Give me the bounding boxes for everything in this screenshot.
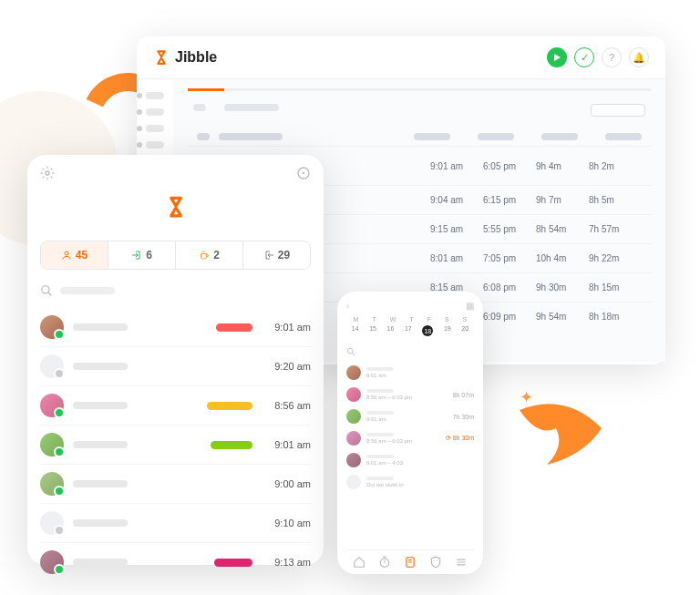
list-item[interactable]: 9:01 am	[40, 308, 311, 347]
cell-hours: 10h 4m	[536, 253, 589, 263]
list-item[interactable]: 9:00 am	[40, 465, 311, 504]
stat-out[interactable]: 29	[243, 241, 310, 269]
search-icon	[40, 284, 53, 297]
name-placeholder	[366, 411, 394, 415]
notifications-icon[interactable]: 🔔	[629, 47, 649, 67]
cell-billable: 7h 57m	[589, 224, 642, 234]
shield-icon[interactable]	[429, 556, 442, 569]
timer-icon[interactable]	[378, 556, 391, 569]
day-label: F	[427, 316, 431, 323]
stat-break[interactable]: 2	[176, 241, 243, 269]
list-item[interactable]: 9:10 am	[40, 504, 311, 543]
cell-out: 5:55 pm	[483, 224, 536, 234]
list-item[interactable]: 9:01 am	[346, 362, 474, 384]
search-icon	[346, 347, 355, 356]
settings-icon[interactable]	[40, 166, 55, 180]
date-cell[interactable]: 16	[387, 325, 395, 336]
person-icon	[61, 250, 72, 261]
cell-in: 8:01 am	[430, 253, 483, 263]
date-cell[interactable]: 14	[352, 325, 359, 336]
avatar	[346, 387, 361, 402]
name-placeholder	[366, 433, 394, 436]
svg-point-2	[303, 172, 304, 173]
menu-icon[interactable]	[455, 556, 468, 569]
date-cell[interactable]: 19	[444, 325, 451, 336]
activity-bar	[214, 559, 252, 567]
hourglass-icon	[153, 49, 170, 66]
date-cell[interactable]: 17	[405, 325, 412, 336]
target-icon[interactable]	[296, 166, 311, 180]
decorative-swoosh	[510, 401, 620, 474]
timesheet-icon[interactable]	[404, 556, 417, 569]
svg-point-6	[380, 559, 388, 567]
stat-value: 29	[278, 249, 290, 262]
day-label: W	[390, 316, 396, 323]
tab-indicator[interactable]	[188, 88, 651, 91]
name-placeholder	[366, 455, 394, 458]
avatar	[346, 365, 361, 380]
date-cell[interactable]: 15	[369, 325, 376, 336]
duration: 8h 07m	[453, 392, 474, 398]
date-cell[interactable]: 18	[422, 325, 433, 336]
day-label: M	[354, 316, 359, 323]
avatar	[346, 431, 361, 446]
name-placeholder	[73, 519, 128, 527]
activity-bar	[207, 402, 252, 410]
brand-logo: Jibble	[153, 49, 217, 66]
activity-bar	[211, 441, 252, 449]
svg-point-5	[347, 348, 353, 354]
time-value: 9:00 am	[262, 478, 311, 489]
bottom-nav	[346, 549, 474, 569]
cell-in: 9:04 am	[430, 195, 483, 205]
cell-in: 9:15 am	[430, 224, 483, 234]
list-item[interactable]: 9:20 am	[40, 347, 311, 386]
name-placeholder	[366, 389, 394, 393]
list-item[interactable]: 9:01 am	[40, 426, 311, 465]
avatar	[40, 394, 64, 417]
search-bar[interactable]	[40, 284, 311, 297]
day-label: T	[372, 316, 376, 323]
list-item[interactable]: 8:56 am	[40, 386, 311, 426]
list-item[interactable]: 8:56 am – 6:03 pm⟳ 8h 30m	[346, 427, 474, 449]
status-icon[interactable]: ✓	[574, 47, 594, 67]
col-header	[541, 133, 578, 140]
export-button[interactable]	[591, 104, 645, 117]
duration: 7h 30m	[453, 414, 474, 420]
week-calendar[interactable]: MTWTFSS 14151617181920	[346, 316, 474, 336]
list-item[interactable]: 9:13 am	[40, 543, 311, 582]
svg-point-0	[46, 171, 49, 175]
clock-in-button[interactable]	[547, 47, 567, 67]
nav-item[interactable]	[146, 108, 164, 116]
nav-item[interactable]	[146, 141, 164, 149]
cell-out: 6:09 pm	[483, 312, 536, 322]
help-icon[interactable]: ?	[602, 47, 622, 67]
stat-in[interactable]: 6	[108, 241, 176, 269]
nav-item[interactable]	[146, 92, 164, 99]
activity-bar	[216, 323, 252, 332]
phone-window: ‹ ▦ MTWTFSS 14151617181920 9:01 am8:56 a…	[337, 292, 483, 574]
calendar-icon[interactable]: ▦	[466, 301, 474, 311]
avatar	[346, 409, 361, 424]
list-item[interactable]: Did not clock in	[346, 471, 474, 493]
time-value: 9:10 am	[262, 518, 311, 528]
nav-item[interactable]	[146, 125, 164, 132]
list-item[interactable]: 9:01 am7h 30m	[346, 405, 474, 427]
cell-billable: 8h 2m	[589, 161, 642, 171]
date-cell[interactable]: 20	[461, 325, 468, 336]
day-label: S	[445, 316, 449, 323]
svg-point-4	[42, 286, 49, 293]
back-icon[interactable]: ‹	[346, 301, 349, 311]
name-placeholder	[73, 363, 128, 370]
phone-search[interactable]	[346, 347, 474, 356]
checkbox-all[interactable]	[197, 133, 210, 140]
cell-hours: 9h 7m	[536, 195, 589, 205]
search-placeholder	[60, 287, 115, 294]
home-icon[interactable]	[353, 556, 365, 569]
filter-chip[interactable]	[224, 104, 279, 111]
stat-people[interactable]: 45	[41, 241, 108, 269]
filter-chip[interactable]	[193, 104, 206, 111]
stat-value: 6	[146, 249, 152, 262]
day-label: S	[463, 316, 468, 323]
list-item[interactable]: 8:56 am – 6:03 pm8h 07m	[346, 384, 474, 405]
list-item[interactable]: 9:01 am – 4:03	[346, 449, 474, 471]
